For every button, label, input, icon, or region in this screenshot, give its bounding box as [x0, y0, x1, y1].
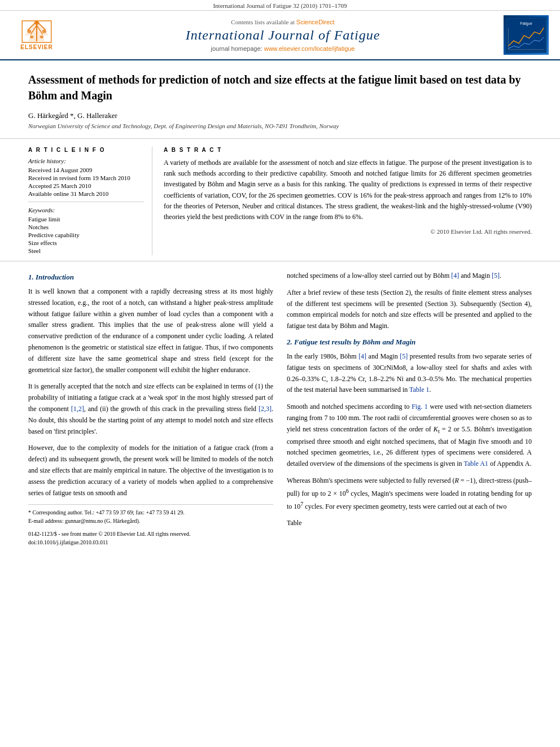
abstract-text: A variety of methods are available for t…	[164, 158, 532, 222]
footnote-star: * Corresponding author. Tel.: +47 73 59 …	[28, 508, 273, 517]
ref-link-table1[interactable]: Table 1	[409, 386, 429, 394]
article-title: Assessment of methods for prediction of …	[28, 72, 532, 103]
article-title-section: Assessment of methods for prediction of …	[0, 60, 560, 139]
footnote-section: * Corresponding author. Tel.: +47 73 59 …	[28, 504, 273, 525]
right-para4: Smooth and notched specimens according t…	[287, 401, 532, 470]
ref-link-bohm[interactable]: [4]	[358, 352, 366, 360]
journal-cover-image: Fatigue	[504, 15, 549, 55]
elsevier-brand-text: ELSEVIER	[20, 44, 53, 50]
article-info-heading: A R T I C L E I N F O	[28, 147, 144, 153]
article-info-abstract-section: A R T I C L E I N F O Article history: R…	[0, 139, 560, 261]
keyword-2: Notches	[28, 224, 144, 230]
abstract-column: A B S T R A C T A variety of methods are…	[164, 147, 532, 255]
right-para1: notched specimens of a low-alloy steel c…	[287, 270, 532, 282]
sciencedirect-link[interactable]: ScienceDirect	[296, 19, 335, 25]
elsevier-tree-icon	[20, 20, 54, 43]
author-names: G. Härkegård *, G. Halleraker	[28, 111, 117, 120]
revised-date: Received in revised form 19 March 2010	[28, 174, 144, 181]
keyword-3: Predictive capability	[28, 231, 144, 238]
footnote-email: E-mail address: gunnar@ntnu.no (G. Härke…	[28, 517, 273, 525]
ref-link-2-3[interactable]: [2,3]	[259, 405, 272, 413]
homepage-url[interactable]: www.elsevier.com/locate/ijfatigue	[264, 45, 355, 52]
copyright-line: © 2010 Elsevier Ltd. All rights reserved…	[164, 228, 532, 235]
section1-para3: However, due to the complexity of models…	[28, 443, 273, 499]
section1-para1: It is well known that a component with a…	[28, 286, 273, 375]
article-info-column: A R T I C L E I N F O Article history: R…	[28, 147, 152, 255]
ref-link-tablea1[interactable]: Table A1	[463, 460, 488, 468]
journal-main-title: International Journal of Fatigue	[62, 28, 504, 43]
right-table-ref: Table	[287, 518, 532, 529]
svg-point-9	[42, 29, 46, 33]
keyword-1: Fatigue limit	[28, 216, 144, 222]
section2-title: 2. Fatigue test results by Böhm and Magi…	[287, 338, 532, 347]
main-content-left: 1. Introduction It is well known that a …	[28, 270, 273, 547]
right-para3: In the early 1980s, Böhm [4] and Magin […	[287, 351, 532, 396]
ref-link-magin[interactable]: [5]	[400, 352, 408, 360]
accepted-date: Accepted 25 March 2010	[28, 182, 144, 189]
authors: G. Härkegård *, G. Halleraker	[28, 111, 532, 120]
info-divider	[28, 202, 144, 202]
article-history-label: Article history:	[28, 158, 144, 164]
journal-citation-text: International Journal of Fatigue 32 (201…	[213, 2, 347, 9]
svg-text:Fatigue: Fatigue	[520, 21, 532, 26]
keyword-5: Steel	[28, 247, 144, 254]
svg-point-8	[27, 29, 31, 33]
ref-link-4[interactable]: [4]	[451, 272, 459, 279]
right-para2: After a brief review of these tests (Sec…	[287, 287, 532, 332]
journal-title-block: Contents lists available at ScienceDirec…	[62, 19, 504, 52]
abstract-heading: A B S T R A C T	[164, 147, 532, 153]
journal-header: ELSEVIER Contents lists available at Sci…	[0, 11, 560, 60]
main-content-right: notched specimens of a low-alloy steel c…	[287, 270, 532, 547]
ref-link-fig1[interactable]: Fig. 1	[412, 403, 428, 410]
ref-link-1-2[interactable]: [1,2]	[71, 405, 84, 413]
ref-link-5[interactable]: [5]	[492, 272, 500, 279]
keyword-4: Size effects	[28, 239, 144, 246]
right-para5: Whereas Böhm's specimens were subjected …	[287, 475, 532, 512]
main-content-section: 1. Introduction It is well known that a …	[0, 261, 560, 558]
elsevier-logo: ELSEVIER	[11, 18, 62, 52]
received-date: Received 14 August 2009	[28, 167, 144, 173]
journal-citation-bar: International Journal of Fatigue 32 (201…	[0, 0, 560, 11]
svg-point-7	[34, 20, 40, 24]
doi-line: doi:10.1016/j.ijfatigue.2010.03.011	[28, 538, 273, 547]
sciencedirect-availability: Contents lists available at ScienceDirec…	[62, 19, 504, 25]
affiliation: Norwegian University of Science and Tech…	[28, 123, 532, 129]
section1-title: 1. Introduction	[28, 273, 273, 282]
bottom-identifiers: 0142-1123/$ - see front matter © 2010 El…	[28, 530, 273, 547]
svg-point-10	[30, 35, 33, 38]
keywords-label: Keywords:	[28, 207, 144, 213]
section1-para2: It is generally accepted that the notch …	[28, 381, 273, 437]
svg-point-11	[40, 35, 43, 38]
available-online-date: Available online 31 March 2010	[28, 190, 144, 197]
issn-line: 0142-1123/$ - see front matter © 2010 El…	[28, 530, 273, 538]
journal-homepage: journal homepage: www.elsevier.com/locat…	[62, 45, 504, 52]
